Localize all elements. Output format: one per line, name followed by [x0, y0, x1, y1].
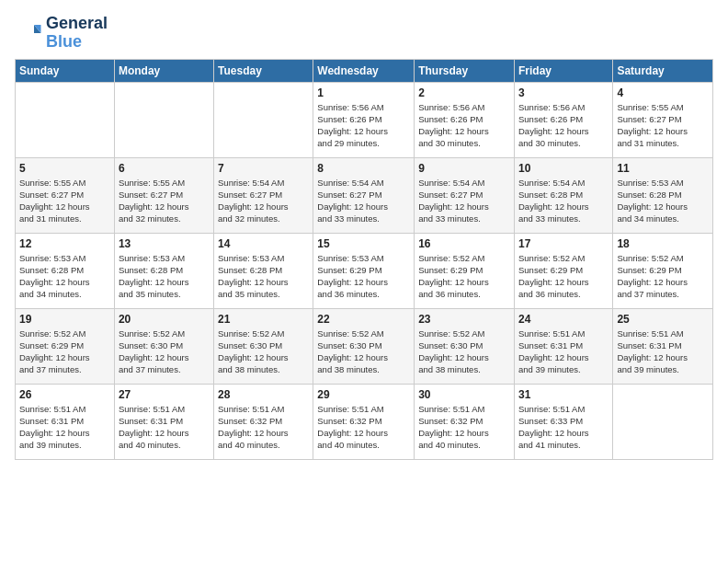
week-row-5: 26Sunrise: 5:51 AM Sunset: 6:31 PM Dayli… [16, 384, 713, 459]
day-cell: 29Sunrise: 5:51 AM Sunset: 6:32 PM Dayli… [313, 384, 415, 459]
day-cell: 13Sunrise: 5:53 AM Sunset: 6:28 PM Dayli… [114, 233, 213, 308]
week-row-2: 5Sunrise: 5:55 AM Sunset: 6:27 PM Daylig… [16, 157, 713, 233]
day-number: 10 [518, 162, 609, 175]
page-header: General Blue [15, 15, 713, 52]
day-info: Sunrise: 5:53 AM Sunset: 6:29 PM Dayligh… [317, 252, 410, 301]
day-cell: 6Sunrise: 5:55 AM Sunset: 6:27 PM Daylig… [114, 157, 213, 233]
day-number: 12 [19, 237, 110, 250]
day-info: Sunrise: 5:53 AM Sunset: 6:28 PM Dayligh… [617, 177, 709, 225]
day-cell: 19Sunrise: 5:52 AM Sunset: 6:29 PM Dayli… [16, 308, 115, 384]
day-number: 9 [418, 162, 510, 175]
day-cell: 24Sunrise: 5:51 AM Sunset: 6:31 PM Dayli… [514, 308, 612, 384]
day-cell: 4Sunrise: 5:55 AM Sunset: 6:27 PM Daylig… [613, 82, 713, 157]
day-info: Sunrise: 5:51 AM Sunset: 6:31 PM Dayligh… [617, 327, 709, 376]
day-header-friday: Friday [514, 59, 612, 82]
day-info: Sunrise: 5:51 AM Sunset: 6:31 PM Dayligh… [119, 403, 210, 452]
calendar-header: SundayMondayTuesdayWednesdayThursdayFrid… [16, 59, 713, 82]
day-info: Sunrise: 5:54 AM Sunset: 6:28 PM Dayligh… [518, 177, 609, 225]
logo-line2: Blue [46, 33, 108, 52]
day-header-monday: Monday [114, 59, 213, 82]
day-cell [613, 384, 713, 459]
day-cell: 10Sunrise: 5:54 AM Sunset: 6:28 PM Dayli… [514, 157, 612, 233]
day-number: 2 [418, 86, 510, 99]
day-cell [114, 82, 213, 157]
day-info: Sunrise: 5:53 AM Sunset: 6:28 PM Dayligh… [218, 252, 309, 301]
day-cell: 22Sunrise: 5:52 AM Sunset: 6:30 PM Dayli… [313, 308, 415, 384]
day-cell: 27Sunrise: 5:51 AM Sunset: 6:31 PM Dayli… [114, 384, 213, 459]
day-number: 5 [19, 162, 110, 175]
day-cell: 2Sunrise: 5:56 AM Sunset: 6:26 PM Daylig… [415, 82, 515, 157]
day-number: 29 [317, 388, 410, 401]
day-cell: 12Sunrise: 5:53 AM Sunset: 6:28 PM Dayli… [16, 233, 115, 308]
day-number: 27 [119, 388, 210, 401]
day-number: 14 [218, 237, 309, 250]
day-info: Sunrise: 5:52 AM Sunset: 6:29 PM Dayligh… [19, 327, 110, 376]
day-cell: 7Sunrise: 5:54 AM Sunset: 6:27 PM Daylig… [214, 157, 313, 233]
day-info: Sunrise: 5:52 AM Sunset: 6:30 PM Dayligh… [218, 327, 309, 376]
day-cell: 28Sunrise: 5:51 AM Sunset: 6:32 PM Dayli… [214, 384, 313, 459]
day-info: Sunrise: 5:54 AM Sunset: 6:27 PM Dayligh… [418, 177, 510, 225]
day-cell: 25Sunrise: 5:51 AM Sunset: 6:31 PM Dayli… [613, 308, 713, 384]
day-cell: 11Sunrise: 5:53 AM Sunset: 6:28 PM Dayli… [613, 157, 713, 233]
day-cell: 17Sunrise: 5:52 AM Sunset: 6:29 PM Dayli… [514, 233, 612, 308]
day-info: Sunrise: 5:53 AM Sunset: 6:28 PM Dayligh… [119, 252, 210, 301]
week-row-3: 12Sunrise: 5:53 AM Sunset: 6:28 PM Dayli… [16, 233, 713, 308]
day-info: Sunrise: 5:52 AM Sunset: 6:30 PM Dayligh… [119, 327, 210, 376]
day-cell: 26Sunrise: 5:51 AM Sunset: 6:31 PM Dayli… [16, 384, 115, 459]
day-info: Sunrise: 5:54 AM Sunset: 6:27 PM Dayligh… [317, 177, 410, 225]
day-number: 23 [418, 313, 510, 326]
day-cell: 9Sunrise: 5:54 AM Sunset: 6:27 PM Daylig… [415, 157, 515, 233]
day-info: Sunrise: 5:56 AM Sunset: 6:26 PM Dayligh… [418, 101, 510, 150]
day-number: 3 [518, 86, 609, 99]
day-header-thursday: Thursday [415, 59, 515, 82]
day-info: Sunrise: 5:55 AM Sunset: 6:27 PM Dayligh… [617, 101, 709, 150]
week-row-4: 19Sunrise: 5:52 AM Sunset: 6:29 PM Dayli… [16, 308, 713, 384]
day-number: 19 [19, 313, 110, 326]
day-info: Sunrise: 5:53 AM Sunset: 6:28 PM Dayligh… [19, 252, 110, 301]
day-number: 22 [317, 313, 410, 326]
calendar-table: SundayMondayTuesdayWednesdayThursdayFrid… [15, 59, 713, 460]
day-cell: 23Sunrise: 5:52 AM Sunset: 6:30 PM Dayli… [415, 308, 515, 384]
day-info: Sunrise: 5:52 AM Sunset: 6:29 PM Dayligh… [617, 252, 709, 301]
day-info: Sunrise: 5:56 AM Sunset: 6:26 PM Dayligh… [317, 101, 410, 150]
day-info: Sunrise: 5:51 AM Sunset: 6:31 PM Dayligh… [19, 403, 110, 452]
day-info: Sunrise: 5:51 AM Sunset: 6:33 PM Dayligh… [518, 403, 609, 452]
day-info: Sunrise: 5:55 AM Sunset: 6:27 PM Dayligh… [19, 177, 110, 225]
day-info: Sunrise: 5:52 AM Sunset: 6:30 PM Dayligh… [418, 327, 510, 376]
day-number: 4 [617, 86, 709, 99]
day-number: 26 [19, 388, 110, 401]
day-cell: 30Sunrise: 5:51 AM Sunset: 6:32 PM Dayli… [415, 384, 515, 459]
day-number: 25 [617, 313, 709, 326]
day-number: 7 [218, 162, 309, 175]
day-cell: 5Sunrise: 5:55 AM Sunset: 6:27 PM Daylig… [16, 157, 115, 233]
day-cell: 8Sunrise: 5:54 AM Sunset: 6:27 PM Daylig… [313, 157, 415, 233]
day-header-saturday: Saturday [613, 59, 713, 82]
week-row-1: 1Sunrise: 5:56 AM Sunset: 6:26 PM Daylig… [16, 82, 713, 157]
logo-icon [15, 19, 42, 47]
header-row: SundayMondayTuesdayWednesdayThursdayFrid… [16, 59, 713, 82]
day-info: Sunrise: 5:52 AM Sunset: 6:29 PM Dayligh… [418, 252, 510, 301]
day-header-sunday: Sunday [16, 59, 115, 82]
day-header-tuesday: Tuesday [214, 59, 313, 82]
day-number: 24 [518, 313, 609, 326]
day-info: Sunrise: 5:51 AM Sunset: 6:32 PM Dayligh… [317, 403, 410, 452]
day-number: 6 [119, 162, 210, 175]
day-info: Sunrise: 5:51 AM Sunset: 6:32 PM Dayligh… [218, 403, 309, 452]
day-number: 15 [317, 237, 410, 250]
day-cell: 3Sunrise: 5:56 AM Sunset: 6:26 PM Daylig… [514, 82, 612, 157]
day-number: 31 [518, 388, 609, 401]
day-number: 16 [418, 237, 510, 250]
day-cell: 20Sunrise: 5:52 AM Sunset: 6:30 PM Dayli… [114, 308, 213, 384]
day-info: Sunrise: 5:52 AM Sunset: 6:29 PM Dayligh… [518, 252, 609, 301]
day-number: 8 [317, 162, 410, 175]
day-number: 28 [218, 388, 309, 401]
day-info: Sunrise: 5:51 AM Sunset: 6:32 PM Dayligh… [418, 403, 510, 452]
day-number: 11 [617, 162, 709, 175]
day-cell: 21Sunrise: 5:52 AM Sunset: 6:30 PM Dayli… [214, 308, 313, 384]
day-cell: 31Sunrise: 5:51 AM Sunset: 6:33 PM Dayli… [514, 384, 612, 459]
day-number: 17 [518, 237, 609, 250]
day-cell [214, 82, 313, 157]
day-cell: 16Sunrise: 5:52 AM Sunset: 6:29 PM Dayli… [415, 233, 515, 308]
day-info: Sunrise: 5:55 AM Sunset: 6:27 PM Dayligh… [119, 177, 210, 225]
day-header-wednesday: Wednesday [313, 59, 415, 82]
